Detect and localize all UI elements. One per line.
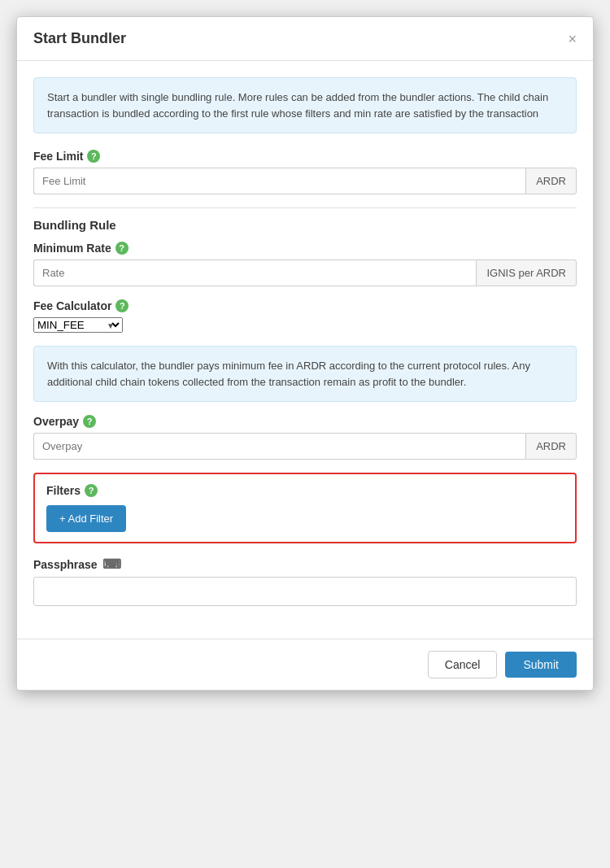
fee-limit-help-icon[interactable]: ?: [87, 150, 100, 163]
modal-body: Start a bundler with single bundling rul…: [17, 61, 593, 639]
calculator-info-box: With this calculator, the bundler pays m…: [33, 346, 577, 402]
fee-limit-input[interactable]: [33, 168, 525, 194]
overpay-label: Overpay ?: [33, 415, 577, 428]
passphrase-input[interactable]: [33, 577, 577, 606]
bundling-rule-divider: [33, 207, 577, 208]
fee-calculator-group: Fee Calculator ? MIN_FEE CLASSIC NONE: [33, 299, 577, 333]
add-filter-button[interactable]: + Add Filter: [46, 505, 126, 532]
overpay-group: Overpay ? ARDR: [33, 415, 577, 460]
minimum-rate-help-icon[interactable]: ?: [115, 242, 129, 255]
filters-label: Filters ?: [46, 484, 564, 497]
fee-limit-addon: ARDR: [525, 168, 577, 194]
overpay-input-group: ARDR: [33, 433, 577, 460]
info-box-text: Start a bundler with single bundling rul…: [47, 91, 548, 120]
calculator-info-text: With this calculator, the bundler pays m…: [47, 360, 530, 388]
minimum-rate-input[interactable]: [33, 260, 476, 286]
bundling-rule-title: Bundling Rule: [33, 218, 577, 232]
info-box: Start a bundler with single bundling rul…: [33, 77, 577, 133]
cancel-button[interactable]: Cancel: [428, 651, 498, 678]
modal-footer: Cancel Submit: [17, 639, 593, 690]
minimum-rate-group: Minimum Rate ? IGNIS per ARDR: [33, 242, 577, 286]
modal-title: Start Bundler: [33, 30, 126, 47]
fee-calculator-help-icon[interactable]: ?: [115, 299, 129, 312]
fee-calculator-label: Fee Calculator ?: [33, 299, 577, 312]
keyboard-icon[interactable]: ⌨: [102, 556, 121, 572]
fee-limit-label: Fee Limit ?: [33, 150, 577, 163]
fee-limit-group: Fee Limit ? ARDR: [33, 150, 577, 194]
fee-calculator-select-wrapper: MIN_FEE CLASSIC NONE: [33, 317, 123, 333]
overpay-help-icon[interactable]: ?: [83, 415, 96, 428]
passphrase-label: Passphrase ⌨: [33, 556, 577, 572]
minimum-rate-label: Minimum Rate ?: [33, 242, 577, 255]
overpay-input[interactable]: [33, 433, 525, 460]
modal-dialog: Start Bundler × Start a bundler with sin…: [16, 16, 594, 691]
fee-calculator-select[interactable]: MIN_FEE CLASSIC NONE: [33, 317, 123, 333]
minimum-rate-addon: IGNIS per ARDR: [476, 260, 577, 286]
filters-section: Filters ? + Add Filter: [33, 473, 577, 543]
modal-header: Start Bundler ×: [17, 17, 593, 61]
submit-button[interactable]: Submit: [505, 652, 577, 678]
overpay-addon: ARDR: [525, 433, 577, 460]
passphrase-section: Passphrase ⌨: [33, 556, 577, 606]
minimum-rate-input-group: IGNIS per ARDR: [33, 260, 577, 286]
modal-close-button[interactable]: ×: [568, 32, 577, 46]
fee-limit-input-group: ARDR: [33, 168, 577, 194]
filters-help-icon[interactable]: ?: [85, 484, 98, 497]
